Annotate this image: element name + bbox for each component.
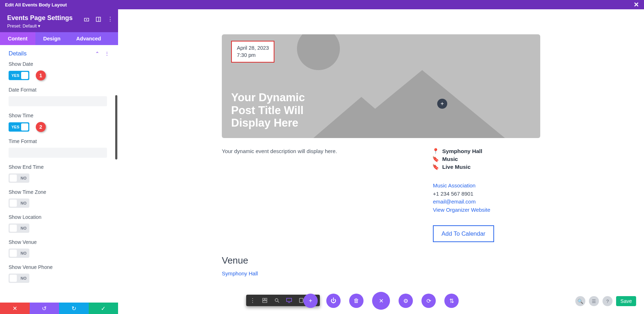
placeholder-circle	[297, 34, 340, 70]
redo-button[interactable]: ↻	[59, 303, 89, 314]
power-icon[interactable]: ⏻	[326, 294, 341, 308]
apply-button[interactable]: ✓	[89, 303, 118, 314]
organizer-website-link[interactable]: View Organizer Website	[433, 207, 490, 213]
marker-2: 2	[36, 122, 46, 132]
svg-point-7	[275, 299, 278, 301]
event-date: April 28, 2023	[237, 44, 269, 51]
tab-design[interactable]: Design	[35, 32, 68, 45]
layers-icon[interactable]: ☰	[589, 296, 599, 306]
chevron-up-icon[interactable]: ⌃	[95, 51, 99, 57]
location-pin-icon: 📍	[433, 148, 438, 154]
section-details[interactable]: Details	[9, 50, 26, 57]
save-button[interactable]: Save	[616, 296, 636, 306]
close-icon[interactable]: ✕	[634, 1, 639, 9]
venue-heading: Venue	[222, 255, 540, 266]
close-builder-icon[interactable]: ✕	[372, 292, 390, 310]
venue-name-link[interactable]: Symphony Hall	[222, 270, 540, 276]
svg-point-1	[86, 19, 87, 20]
expand-icon[interactable]	[84, 16, 89, 22]
label-date-format: Date Format	[9, 87, 109, 93]
event-title: Your Dynamic Post Title Will Display Her…	[231, 91, 305, 129]
gear-icon[interactable]: ⚙	[399, 294, 413, 308]
bookmark-icon: 🔖	[433, 156, 438, 162]
desktop-icon[interactable]	[286, 297, 293, 304]
organizer-phone: +1 234 567 8901	[433, 190, 540, 198]
placeholder-mountain-small	[311, 97, 411, 138]
toggle-show-date[interactable]: YES	[9, 71, 29, 80]
svg-rect-11	[299, 298, 303, 303]
discard-button[interactable]: ✕	[0, 303, 30, 314]
wireframe-icon[interactable]	[261, 297, 268, 304]
label-show-time: Show Time	[9, 113, 109, 118]
toggle-show-time[interactable]: YES	[9, 122, 29, 132]
history-icon[interactable]: ⟳	[421, 294, 436, 308]
input-date-format[interactable]	[9, 96, 107, 106]
toggle-show-time-zone[interactable]: NO	[9, 198, 29, 208]
preview-canvas: + April 28, 2023 7:30 pm Your Dynamic Po…	[118, 9, 644, 314]
svg-rect-6	[263, 301, 267, 303]
event-time: 7:30 pm	[237, 51, 269, 59]
scrollbar[interactable]	[115, 95, 117, 160]
organizer-email-link[interactable]: email@email.com	[433, 198, 475, 205]
top-bar-title: Edit All Events Body Layout	[5, 2, 67, 8]
label-show-date: Show Date	[9, 61, 109, 67]
undo-button[interactable]: ↺	[30, 303, 59, 314]
add-module-button[interactable]: +	[437, 99, 447, 109]
bookmark-icon: 🔖	[433, 164, 438, 170]
meta-venue: Symphony Hall	[442, 148, 482, 154]
marker-1: 1	[36, 70, 46, 80]
meta-category-2: Live Music	[442, 164, 470, 170]
trash-icon[interactable]: 🗑	[349, 294, 364, 308]
hero-image: + April 28, 2023 7:30 pm Your Dynamic Po…	[222, 34, 540, 138]
svg-rect-9	[287, 298, 292, 301]
label-show-location: Show Location	[9, 214, 109, 220]
meta-category-1: Music	[442, 156, 458, 162]
toggle-show-venue[interactable]: NO	[9, 249, 29, 258]
label-show-venue-phone: Show Venue Phone	[9, 264, 109, 270]
organizer-name-link[interactable]: Music Association	[433, 182, 475, 188]
more-icon[interactable]: ⋮	[107, 16, 113, 23]
event-date-box: April 28, 2023 7:30 pm	[231, 41, 274, 63]
preset-selector[interactable]: Preset: Default ▾	[7, 23, 111, 29]
columns-icon[interactable]	[96, 17, 101, 22]
label-show-time-zone: Show Time Zone	[9, 189, 109, 195]
svg-rect-2	[96, 17, 101, 21]
add-icon[interactable]: +	[303, 294, 318, 308]
tab-content[interactable]: Content	[0, 32, 35, 45]
zoom-icon[interactable]	[273, 297, 280, 304]
tab-advanced[interactable]: Advanced	[68, 32, 109, 45]
input-time-format[interactable]	[9, 148, 107, 158]
search-icon[interactable]: 🔍	[575, 296, 585, 306]
add-to-calendar-button[interactable]: Add To Calendar	[433, 225, 494, 242]
toggle-show-location[interactable]: NO	[9, 224, 29, 233]
svg-rect-5	[265, 298, 267, 300]
svg-line-8	[278, 301, 279, 303]
label-time-format: Time Format	[9, 138, 109, 144]
event-description: Your dynamic event description will disp…	[222, 148, 411, 242]
svg-rect-4	[263, 298, 264, 300]
label-show-venue: Show Venue	[9, 239, 109, 245]
sort-icon[interactable]: ⇅	[444, 294, 459, 308]
section-more-icon[interactable]: ⋮	[104, 51, 109, 57]
toolbar-more-icon[interactable]: ⋮	[249, 297, 256, 304]
toggle-show-venue-phone[interactable]: NO	[9, 274, 29, 283]
label-show-end-time: Show End Time	[9, 164, 109, 170]
settings-sidebar: Events Page Settings Preset: Default ▾ ⋮…	[0, 9, 118, 314]
builder-toolbar: + ⏻ 🗑 ✕ ⚙ ⟳ ⇅	[303, 292, 459, 310]
toggle-show-end-time[interactable]: NO	[9, 173, 29, 183]
help-icon[interactable]: ?	[602, 296, 613, 306]
